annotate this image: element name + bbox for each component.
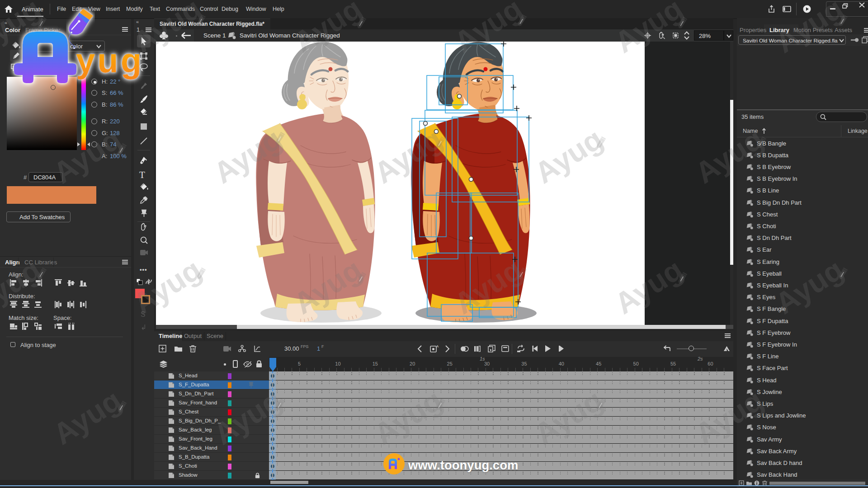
svg-text:A: A bbox=[436, 344, 439, 348]
